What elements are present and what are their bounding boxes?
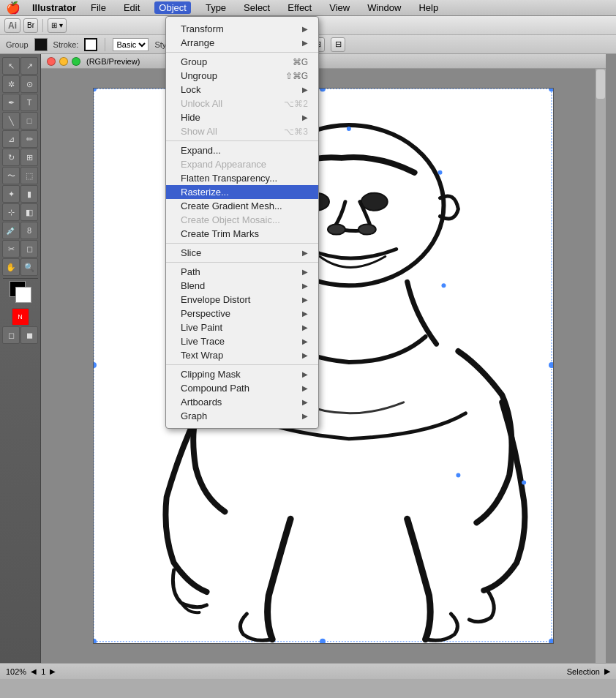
menu-lock[interactable]: Lock ▶ (166, 83, 318, 97)
menu-object[interactable]: Object (154, 1, 191, 14)
canvas-title: (RGB/Preview) (41, 54, 606, 69)
artboards-arrow: ▶ (302, 398, 308, 406)
menu-text-wrap[interactable]: Text Wrap ▶ (166, 348, 318, 362)
menu-help[interactable]: Help (416, 2, 441, 13)
menu-expand-appearance-label: Expand Appearance (181, 159, 266, 170)
direct-selection-tool[interactable]: ↗ (20, 57, 38, 75)
style-preset-select[interactable]: Basic (113, 38, 149, 51)
status-arrow[interactable]: ▶ (604, 667, 610, 676)
menu-create-object-mosaic[interactable]: Create Object Mosaic... (166, 213, 318, 227)
menu-file[interactable]: File (88, 2, 109, 13)
background-color[interactable] (15, 287, 31, 303)
stroke-swatch[interactable] (84, 38, 97, 51)
menu-section-clipping: Clipping Mask ▶ Compound Path ▶ Artboard… (166, 365, 318, 425)
menu-create-trim-marks[interactable]: Create Trim Marks (166, 227, 318, 241)
menu-blend[interactable]: Blend ▶ (166, 279, 318, 293)
gradient-tool[interactable]: ◧ (20, 203, 38, 221)
menu-create-gradient-mesh[interactable]: Create Gradient Mesh... (166, 199, 318, 213)
status-bar: 102% ◀ 1 ▶ Selection ▶ (0, 663, 616, 679)
bridge-btn[interactable]: Br (23, 18, 38, 33)
menu-group[interactable]: Group ⌘G (166, 55, 318, 69)
color-swatches (10, 281, 31, 303)
eraser-tool[interactable]: ◻ (20, 240, 38, 258)
menu-ungroup-label: Ungroup (181, 70, 217, 81)
scrollbar-thumb[interactable] (596, 70, 605, 99)
menu-compound-path[interactable]: Compound Path ▶ (166, 381, 318, 395)
menu-section-path: Path ▶ Blend ▶ Envelope Distort ▶ Perspe… (166, 263, 318, 365)
menu-live-paint-label: Live Paint (181, 322, 222, 333)
menu-window[interactable]: Window (364, 2, 404, 13)
screen-mode1[interactable]: ◻ (2, 326, 20, 344)
menu-clipping-mask[interactable]: Clipping Mask ▶ (166, 367, 318, 381)
icon-btn3[interactable]: ⊟ (331, 37, 345, 52)
menu-graph[interactable]: Graph ▶ (166, 409, 318, 423)
text-wrap-arrow: ▶ (302, 351, 308, 359)
zoom-tool[interactable]: 🔍 (20, 258, 38, 276)
menu-path[interactable]: Path ▶ (166, 265, 318, 279)
line-tool[interactable]: ╲ (2, 112, 20, 130)
warp-tool[interactable]: 〜 (2, 167, 20, 184)
prev-page-btn[interactable]: ◀ (31, 667, 37, 675)
fill-swatch[interactable] (34, 38, 48, 51)
menu-type[interactable]: Type (203, 2, 229, 13)
eyedropper-tool[interactable]: 💉 (2, 222, 20, 239)
control-divider1 (105, 38, 105, 51)
menu-live-paint[interactable]: Live Paint ▶ (166, 320, 318, 334)
menu-lock-label: Lock (181, 84, 200, 95)
magic-wand-tool[interactable]: ✲ (2, 75, 20, 93)
menu-flatten-transparency[interactable]: Flatten Transparency... (166, 171, 318, 185)
menu-envelope-distort[interactable]: Envelope Distort ▶ (166, 293, 318, 307)
screen-mode2[interactable]: ◼ (20, 326, 38, 344)
maximize-button[interactable] (72, 57, 80, 66)
menu-rasterize[interactable]: Rasterize... (166, 185, 318, 199)
menu-effect[interactable]: Effect (285, 2, 315, 13)
workspace-btn[interactable]: ⊞ ▾ (48, 18, 67, 33)
menu-live-trace[interactable]: Live Trace ▶ (166, 334, 318, 348)
menu-slice[interactable]: Slice ▶ (166, 246, 318, 260)
free-transform-tool[interactable]: ⬚ (20, 167, 38, 184)
pen-tool[interactable]: ✒ (2, 94, 20, 111)
menu-expand[interactable]: Expand... (166, 143, 318, 157)
menu-path-label: Path (181, 266, 200, 277)
menu-transform[interactable]: Transform ▶ (166, 22, 318, 36)
menu-arrange[interactable]: Arrange ▶ (166, 36, 318, 50)
svg-point-17 (456, 473, 460, 478)
menu-select[interactable]: Select (241, 2, 273, 13)
hand-tool[interactable]: ✋ (2, 258, 20, 276)
tool-row3: ✒ T (2, 94, 38, 111)
minimize-button[interactable] (59, 57, 68, 66)
mesh-tool[interactable]: ⊹ (2, 203, 20, 221)
tool-separator1 (3, 278, 38, 279)
menu-show-all[interactable]: Show All ⌥⌘3 (166, 124, 318, 138)
normal-mode[interactable]: N (12, 308, 29, 326)
vertical-scrollbar[interactable] (596, 69, 606, 663)
tool-row-mode: N (12, 308, 29, 326)
menu-ungroup[interactable]: Ungroup ⇧⌘G (166, 69, 318, 83)
type-tool[interactable]: T (20, 94, 38, 111)
menu-view[interactable]: View (326, 2, 353, 13)
menu-edit[interactable]: Edit (121, 2, 143, 13)
close-button[interactable] (47, 57, 56, 66)
scale-tool[interactable]: ⊞ (20, 149, 38, 166)
selection-tool[interactable]: ↖ (2, 57, 20, 75)
blend-tool[interactable]: 8 (20, 222, 38, 239)
paintbrush-tool[interactable]: ⊿ (2, 130, 20, 148)
lasso-tool[interactable]: ⊙ (20, 75, 38, 93)
page-number: 1 (41, 667, 45, 676)
menu-perspective[interactable]: Perspective ▶ (166, 307, 318, 320)
menu-artboards[interactable]: Artboards ▶ (166, 395, 318, 409)
zoom-level: 102% (6, 667, 26, 676)
menu-hide[interactable]: Hide ▶ (166, 110, 318, 124)
column-graph-tool[interactable]: ▮ (20, 185, 38, 203)
selection-status[interactable]: Selection (567, 667, 600, 676)
apple-menu[interactable]: 🍎 (6, 1, 20, 15)
menu-expand-appearance[interactable]: Expand Appearance (166, 157, 318, 171)
rotate-tool[interactable]: ↻ (2, 149, 20, 166)
menu-unlock-all[interactable]: Unlock All ⌥⌘2 (166, 97, 318, 110)
scissors-tool[interactable]: ✂ (2, 240, 20, 258)
rect-tool[interactable]: □ (20, 112, 38, 130)
pencil-tool[interactable]: ✏ (20, 130, 38, 148)
symbol-sprayer-tool[interactable]: ✦ (2, 185, 20, 203)
tool-row7: 〜 ⬚ (2, 167, 38, 184)
next-page-btn[interactable]: ▶ (50, 667, 56, 675)
